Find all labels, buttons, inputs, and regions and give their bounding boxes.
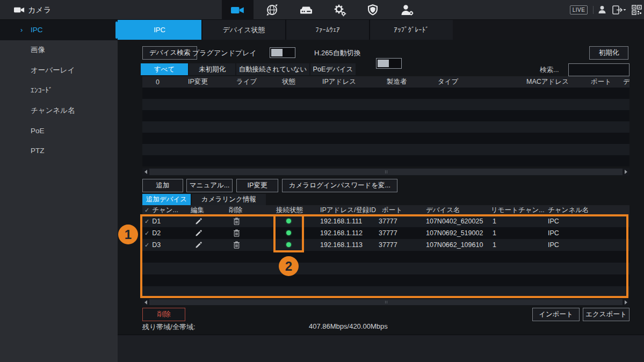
nav-security[interactable] xyxy=(360,0,385,20)
cell-port: 37777 xyxy=(376,241,416,249)
col-device-name: デバイス名 xyxy=(416,206,489,215)
table-row-d2[interactable]: ✓D2 192.168.1.112 37777 107N0692_519002 … xyxy=(142,227,629,239)
network-icon xyxy=(266,4,278,16)
toggle-knob xyxy=(378,60,389,67)
row-checkbox[interactable]: ✓ xyxy=(144,230,149,236)
initialize-button[interactable]: 初期化 xyxy=(589,46,628,60)
topbar: カメラ xyxy=(0,0,644,20)
sidebar-item-encode[interactable]: ｴﾝｺｰﾄﾞ xyxy=(0,81,118,101)
empty-row xyxy=(142,263,629,274)
device-search-button[interactable]: デバイス検索 xyxy=(142,46,197,60)
tab-ipc[interactable]: IPC xyxy=(118,20,201,40)
nvr-camera-screen: カメラ xyxy=(0,0,644,362)
cell-remote-channel: 1 xyxy=(489,218,545,225)
delete-button[interactable]: 削除 xyxy=(142,308,185,321)
security-shield-icon xyxy=(367,4,379,16)
sidebar-item-ptz[interactable]: PTZ xyxy=(0,141,118,161)
added-table-header: ✓チャン... 編集 削除 接続状態 IPアドレス/登録ID ポート デバイス名… xyxy=(142,205,629,215)
scrollbar-handle[interactable] xyxy=(149,169,623,175)
toggle-knob xyxy=(271,49,283,56)
col-delete: 削除 xyxy=(226,206,274,215)
cell-ip: 192.168.1.111 xyxy=(312,218,376,225)
sidebar-item-poe[interactable]: PoE xyxy=(0,121,118,141)
filter-tab-uninitialized[interactable]: 未初期化 xyxy=(189,63,235,75)
scroll-left-arrow[interactable] xyxy=(142,299,149,306)
cell-device-name: 107N0692_519002 xyxy=(416,229,489,237)
row-checkbox[interactable]: ✓ xyxy=(144,218,149,225)
qr-code-icon[interactable] xyxy=(632,5,642,15)
add-button[interactable]: 追加 xyxy=(142,179,183,192)
cell-channel-name: IPC xyxy=(545,241,629,249)
search-input[interactable] xyxy=(568,63,629,76)
topbar-separator xyxy=(593,6,594,14)
discovered-table-body xyxy=(142,88,629,166)
row-checkbox[interactable]: ✓ xyxy=(144,242,149,248)
import-button[interactable]: インポート xyxy=(532,308,580,321)
status-dot-online xyxy=(286,219,291,223)
filter-tab-not-auto-connected[interactable]: 自動接続されていない xyxy=(236,63,309,75)
scroll-right-arrow[interactable] xyxy=(623,168,629,176)
tab-firmware[interactable]: ﾌｧｰﾑｳｪｱ xyxy=(285,20,369,40)
scroll-right-arrow[interactable] xyxy=(623,299,629,306)
col-status: 状態 xyxy=(269,77,309,86)
nav-storage[interactable] xyxy=(294,0,319,20)
bandwidth-value: 407.86Mbps/420.00Mbps xyxy=(309,322,388,330)
header-checkbox[interactable]: ✓ xyxy=(144,207,149,213)
col-port: ポート xyxy=(376,206,416,215)
export-button[interactable]: エクスポート xyxy=(583,308,629,321)
discovered-table-hscrollbar[interactable] xyxy=(142,168,629,176)
nav-camera-active[interactable] xyxy=(222,0,254,20)
delete-trash-icon[interactable] xyxy=(233,218,240,225)
col-channel: ✓チャン... xyxy=(142,206,188,215)
added-table-body: ✓D1 192.168.1.111 37777 107N0402_620025 … xyxy=(142,215,629,296)
scrollbar-grip xyxy=(385,170,387,173)
sidebar-item-channel-name[interactable]: チャンネル名 xyxy=(0,100,118,121)
empty-row xyxy=(142,155,629,166)
cell-remote-channel: 1 xyxy=(489,241,545,249)
nav-account[interactable] xyxy=(395,0,419,20)
nav-settings[interactable] xyxy=(328,0,352,20)
sidebar: › IPC 画像 オーバーレイ ｴﾝｺｰﾄﾞ チャンネル名 PoE PTZ xyxy=(0,20,118,362)
active-arrow-icon: › xyxy=(20,25,23,33)
plug-and-play-toggle[interactable] xyxy=(270,47,295,58)
added-table-hscrollbar[interactable] xyxy=(142,299,629,306)
settings-gears-icon xyxy=(334,4,346,17)
main-content: デバイス検索 プラグアンドプレイ H.265自動切換 初期化 すべて 未初期化 … xyxy=(118,40,644,335)
filter-tab-all[interactable]: すべて xyxy=(141,63,188,75)
tab-device-status[interactable]: デバイス状態 xyxy=(201,20,285,40)
modify-ip-button[interactable]: IP変更 xyxy=(236,179,278,192)
sidebar-item-ipc[interactable]: › IPC xyxy=(0,20,118,40)
tab-camera-link-info[interactable]: カメラリンク情報 xyxy=(192,194,266,205)
logout-icon[interactable] xyxy=(612,5,626,15)
nav-network[interactable] xyxy=(259,0,284,20)
live-badge[interactable]: LIVE xyxy=(570,5,588,15)
sidebar-item-image[interactable]: 画像 xyxy=(0,40,118,61)
h265-toggle[interactable] xyxy=(376,58,402,69)
cell-device-name: 107N0402_620025 xyxy=(416,218,489,225)
edit-pencil-icon[interactable] xyxy=(195,229,202,237)
scroll-left-arrow[interactable] xyxy=(142,168,149,176)
bottom-strip xyxy=(118,335,644,362)
table-row-d3[interactable]: ✓D3 192.168.1.113 37777 107N0662_109610 … xyxy=(142,239,629,251)
delete-trash-icon[interactable] xyxy=(233,241,240,249)
edit-pencil-icon[interactable] xyxy=(195,241,202,249)
cell-remote-channel: 1 xyxy=(489,229,545,237)
scrollbar-handle[interactable] xyxy=(149,299,623,305)
tab-added-device[interactable]: 追加デバイス xyxy=(142,194,191,205)
table-row-d1[interactable]: ✓D1 192.168.1.111 37777 107N0402_620025 … xyxy=(142,215,629,227)
change-camera-password-button[interactable]: カメラログインパスワードを変... xyxy=(282,179,397,192)
plug-and-play-label: プラグアンドプレイ xyxy=(192,46,257,60)
sidebar-item-overlay[interactable]: オーバーレイ xyxy=(0,60,118,81)
edit-pencil-icon[interactable] xyxy=(195,218,202,225)
col-mac: MACアドレス xyxy=(521,77,585,86)
camera-icon xyxy=(231,5,244,15)
account-user-gear-icon xyxy=(401,4,414,16)
manual-add-button[interactable]: マニュアル... xyxy=(186,179,233,192)
user-icon[interactable] xyxy=(597,5,607,15)
col-edit: 編集 xyxy=(188,206,226,215)
cell-channel-name: IPC xyxy=(545,218,629,225)
filter-tab-poe-device[interactable]: PoEデバイス xyxy=(310,63,356,75)
delete-trash-icon[interactable] xyxy=(233,229,240,237)
cell-ip: 192.168.1.112 xyxy=(312,229,376,237)
tab-upgrade[interactable]: ｱｯﾌﾟｸﾞﾚｰﾄﾞ xyxy=(369,20,453,40)
